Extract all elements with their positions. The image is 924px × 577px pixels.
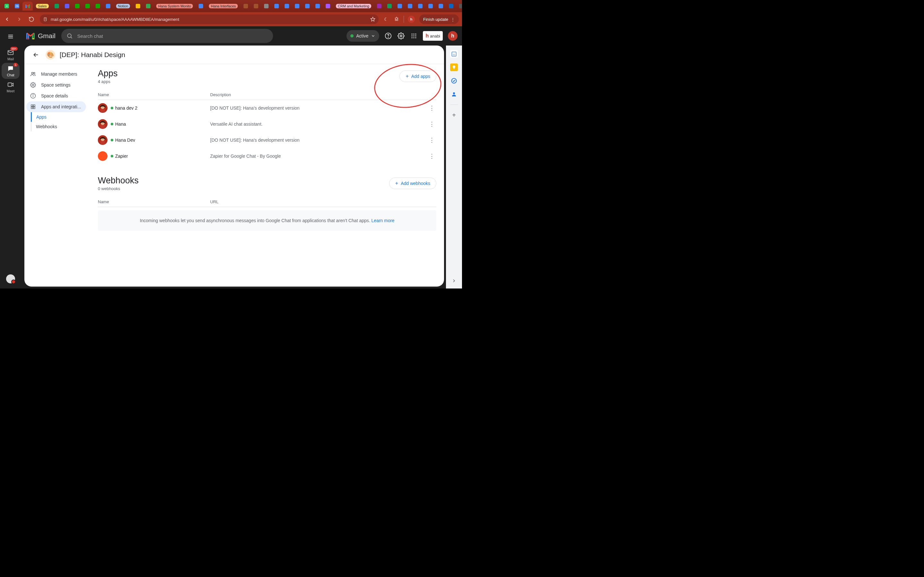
status-avatar[interactable] — [6, 274, 15, 284]
svg-rect-7 — [8, 83, 12, 87]
add-webhooks-button[interactable]: + Add webhooks — [389, 177, 436, 189]
side-nav-people[interactable]: Manage members — [26, 69, 86, 79]
side-nav-gear[interactable]: Space settings — [26, 79, 86, 90]
browser-tab[interactable] — [241, 2, 250, 11]
browser-tab-bar: 426SalesNotionHana System MonitoHana Int… — [0, 0, 462, 12]
browser-tab[interactable] — [262, 2, 271, 11]
add-addon-button[interactable]: + — [450, 111, 458, 119]
svg-point-17 — [414, 35, 415, 36]
apps-panel: Apps 4 apps + Add apps — [90, 64, 444, 287]
account-avatar[interactable]: h — [448, 31, 457, 41]
finish-update-button[interactable]: Finish update ⋮ — [419, 15, 459, 24]
browser-tab[interactable] — [144, 2, 153, 11]
nav-reload-button[interactable] — [27, 15, 35, 23]
nav-forward-button[interactable] — [15, 15, 23, 23]
browser-tab[interactable] — [52, 2, 61, 11]
app-topbar: Gmail Search chat Active — [21, 26, 462, 45]
webhooks-empty-state: Incoming webhooks let you send asynchron… — [98, 210, 436, 231]
browser-tab[interactable] — [395, 2, 405, 11]
browser-tab[interactable]: Notion — [113, 2, 133, 11]
browser-tab[interactable] — [272, 2, 281, 11]
app-name: Hana — [115, 121, 126, 127]
browser-tab[interactable] — [73, 2, 82, 11]
keep-addon-icon[interactable] — [450, 63, 458, 71]
apps-table-header: Name Description — [98, 89, 436, 100]
rail-item-chat[interactable]: Chat1 — [2, 63, 19, 79]
browser-tab[interactable] — [436, 2, 446, 11]
browser-tab[interactable] — [313, 2, 322, 11]
bookmark-star-icon[interactable] — [370, 17, 375, 22]
browser-tab[interactable] — [251, 2, 261, 11]
browser-tab[interactable] — [93, 2, 103, 11]
nav-back-button[interactable] — [3, 15, 11, 23]
subnav-apps[interactable]: Apps — [31, 112, 88, 122]
browser-tab[interactable] — [282, 2, 292, 11]
org-brand-chip[interactable]: hanabi — [423, 31, 443, 41]
col-description: Description — [210, 92, 436, 97]
collapse-panel-button[interactable] — [450, 277, 458, 285]
moon-icon[interactable]: ☾ — [383, 16, 389, 23]
svg-point-15 — [415, 34, 417, 35]
browser-tab[interactable] — [196, 2, 206, 11]
browser-tab[interactable]: 4 — [2, 2, 11, 11]
browser-tab[interactable] — [446, 2, 456, 11]
rail-item-mail[interactable]: Mail99+ — [2, 47, 19, 63]
settings-gear-icon[interactable] — [397, 32, 405, 40]
app-row-menu-button[interactable]: ⋮ — [427, 121, 436, 127]
app-row-menu-button[interactable]: ⋮ — [427, 105, 436, 111]
badge: 1 — [13, 63, 18, 67]
browser-tab[interactable] — [323, 2, 333, 11]
subnav-webhooks[interactable]: Webhooks — [31, 122, 88, 131]
add-apps-button[interactable]: + Add apps — [399, 71, 436, 82]
extensions-icon[interactable] — [393, 16, 400, 23]
browser-tab[interactable] — [375, 2, 384, 11]
main-menu-button[interactable] — [5, 31, 16, 42]
browser-tab[interactable] — [62, 2, 72, 11]
help-icon[interactable] — [384, 32, 392, 40]
browser-tab[interactable]: 26 — [12, 2, 22, 11]
svg-rect-37 — [100, 125, 105, 129]
tasks-addon-icon[interactable] — [450, 77, 458, 85]
browser-tab[interactable]: Sales — [33, 2, 51, 11]
rail-item-meet[interactable]: Meet — [2, 79, 19, 95]
profile-avatar-icon[interactable]: h — [408, 16, 415, 23]
browser-tab[interactable] — [426, 2, 435, 11]
browser-tab[interactable]: Hana System Monito — [153, 2, 195, 11]
browser-tab[interactable] — [83, 2, 92, 11]
app-name: Hana Dev — [115, 137, 135, 143]
svg-text:31: 31 — [453, 53, 455, 56]
browser-tab[interactable] — [415, 2, 425, 11]
side-nav-info[interactable]: Space details — [26, 90, 86, 101]
browser-tab[interactable] — [457, 2, 462, 11]
status-dropdown[interactable]: Active — [347, 30, 379, 42]
browser-tab[interactable]: Hana Interfaces — [206, 2, 240, 11]
svg-rect-47 — [100, 154, 102, 156]
svg-rect-48 — [103, 156, 105, 158]
browser-tab[interactable]: CRM and Marketing — [333, 2, 374, 11]
url-input[interactable]: mail.google.com/mail/u/0/#chat/space/AAA… — [40, 15, 379, 24]
search-input[interactable]: Search chat — [61, 29, 273, 43]
contacts-addon-icon[interactable] — [450, 90, 458, 98]
browser-tab[interactable] — [384, 2, 394, 11]
chat-icon — [7, 65, 15, 73]
plus-icon: + — [405, 73, 409, 79]
browser-tab[interactable] — [302, 2, 312, 11]
back-button[interactable] — [31, 50, 41, 60]
learn-more-link[interactable]: Learn more — [372, 218, 395, 223]
browser-tab[interactable] — [23, 2, 33, 11]
svg-point-12 — [401, 35, 402, 37]
app-row-menu-button[interactable]: ⋮ — [427, 137, 436, 143]
apps-grid-icon[interactable] — [410, 32, 418, 40]
calendar-addon-icon[interactable]: 31 — [450, 50, 458, 58]
browser-tab[interactable] — [133, 2, 143, 11]
settings-side-nav: Manage membersSpace settingsSpace detail… — [24, 64, 90, 287]
side-nav-grid[interactable]: Apps and integrati... — [26, 101, 86, 112]
app-row-menu-button[interactable]: ⋮ — [427, 153, 436, 160]
browser-tab[interactable] — [292, 2, 302, 11]
svg-rect-29 — [33, 105, 35, 106]
svg-point-19 — [412, 37, 413, 38]
svg-rect-34 — [100, 109, 105, 113]
browser-tab[interactable] — [103, 2, 113, 11]
browser-tab[interactable] — [405, 2, 415, 11]
gmail-logo[interactable]: Gmail — [26, 31, 55, 41]
